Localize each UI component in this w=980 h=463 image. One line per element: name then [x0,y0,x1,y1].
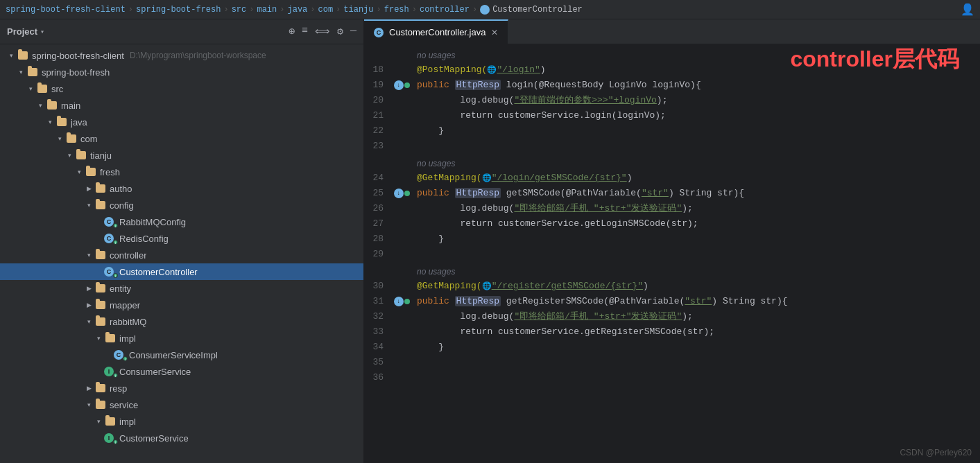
bc-src[interactable]: src [232,5,247,15]
add-icon[interactable]: ⊕ [289,25,295,38]
sidebar-item-consumerservice[interactable]: I i ConsumerService [0,363,363,380]
bc-spring-boot-fresh[interactable]: spring-boot-fresh [136,5,221,15]
sidebar-item-entity[interactable]: ▶entity [0,280,363,297]
class-icon: C i [104,267,117,277]
sidebar-item-customercontroller[interactable]: C i CustomerController [0,263,363,280]
profile-icon[interactable]: 👤 [961,3,974,17]
sidebar-item-src[interactable]: ▾src [0,80,363,97]
sidebar-item-com[interactable]: ▾com [0,130,363,147]
tree-label-autho: autho [110,184,132,194]
sidebar-item-config[interactable]: ▾config [0,197,363,213]
sidebar-item-spring-boot-fresh[interactable]: ▾spring-boot-fresh [0,64,363,80]
sidebar-item-impl[interactable]: ▾impl [0,413,363,430]
folder-icon [105,417,115,426]
sidebar-item-rabbitmq[interactable]: ▾rabbitMQ [0,313,363,330]
code-line-30: 30@GetMapping(🌐"/register/getSMSCode/{st… [364,279,980,294]
tree-arrow-entity[interactable]: ▶ [83,285,94,292]
class-icon: C i [104,234,117,243]
line-number-20: 20 [364,93,392,108]
code-content-30: @GetMapping(🌐"/register/getSMSCode/{str}… [411,279,980,294]
tree-label-entity: entity [110,283,131,294]
sidebar-item-resp[interactable]: ▶resp [0,380,363,396]
sidebar-dropdown-arrow[interactable]: ▾ [40,28,44,36]
no-usages-text: no usages [411,265,455,279]
list-icon[interactable]: ≡ [302,25,308,38]
project-sidebar: Project ▾ ⊕ ≡ ⟺ ⚙ — ▾spring-boot-fresh-c… [0,19,364,463]
expand-icon[interactable]: ⟺ [315,25,330,38]
code-content-32: log.debug("即将给邮箱/手机 "+str+"发送验证码"); [411,309,980,324]
tab-customer-controller[interactable]: C CustomerController.java ✕ [364,19,508,44]
tree-label-controller: controller [110,250,146,261]
tree-arrow-main[interactable]: ▾ [35,102,46,109]
code-content-18: @PostMapping(🌐"/login") [411,62,980,78]
sidebar-title: Project [7,26,37,37]
code-line-18: 18@PostMapping(🌐"/login") [364,62,980,78]
code-line-28: 28 } [364,232,980,247]
tree-arrow-src[interactable]: ▾ [25,85,36,92]
tab-close-button[interactable]: ✕ [491,28,498,37]
code-line-26: 26 log.debug("即将给邮箱/手机 "+str+"发送验证码"); [364,201,980,216]
sidebar-item-mapper[interactable]: ▶mapper [0,297,363,313]
line-number-23: 23 [364,139,392,154]
bc-spring-boot-fresh-client[interactable]: spring-boot-fresh-client [6,5,126,15]
line-number-33: 33 [364,324,392,340]
tree-arrow-autho[interactable]: ▶ [83,185,94,192]
tree-arrow-spring-boot-fresh-client[interactable]: ▾ [6,52,17,59]
editor-content: no usages18@PostMapping(🌐"/login")19↓pub… [364,44,980,463]
bc-tianju[interactable]: tianju [343,5,373,15]
tree-arrow-mapper[interactable]: ▶ [83,302,94,308]
tree-arrow-fresh[interactable]: ▾ [74,168,85,175]
bc-java[interactable]: java [287,5,307,15]
settings-gear-icon[interactable]: ⚙ [337,25,343,38]
overlay-dot: i [113,273,118,278]
code-content-33: return customerService.getRegisterSMSCod… [411,324,980,340]
line-number-18: 18 [364,62,392,78]
bc-fresh[interactable]: fresh [384,5,409,15]
sidebar-item-consumerserviceimpl[interactable]: C i ConsumerServiceImpl [0,347,363,363]
minimize-icon[interactable]: — [350,25,356,38]
tree-arrow-java[interactable]: ▾ [44,119,55,125]
interface-icon: I i [104,367,117,376]
tree-arrow-spring-boot-fresh[interactable]: ▾ [15,69,26,76]
tree-arrow-com[interactable]: ▾ [54,135,65,142]
customer-controller-icon [480,5,490,15]
line-number-19: 19 [364,78,392,93]
sidebar-item-fresh[interactable]: ▾fresh [0,164,363,180]
sidebar-item-tianju[interactable]: ▾tianju [0,147,363,164]
line-number-31: 31 [364,294,392,309]
tree-arrow-rabbitMQ[interactable]: ▾ [83,318,94,325]
sidebar-item-java[interactable]: ▾java [0,114,363,130]
interface-circle-icon: I [104,433,114,443]
code-content-26: log.debug("即将给邮箱/手机 "+str+"发送验证码"); [411,201,980,216]
sidebar-item-redisconfig[interactable]: C i RedisConfig [0,230,363,247]
class-circle-icon: C [114,350,123,360]
sidebar-item-service[interactable]: ▾service [0,396,363,413]
tree-arrow-controller[interactable]: ▾ [83,252,94,259]
tree-arrow-impl[interactable]: ▾ [93,418,104,425]
tree-label-CustomerController: CustomerController [119,267,198,277]
tree-arrow-resp[interactable]: ▶ [83,385,94,392]
sidebar-item-spring-boot-fresh-client[interactable]: ▾spring-boot-fresh-clientD:\Myprogram\sp… [0,47,363,64]
sidebar-item-rabbitmqconfig[interactable]: C i RabbitMQConfig [0,213,363,230]
sidebar-item-autho[interactable]: ▶autho [0,180,363,197]
bc-main[interactable]: main [257,5,277,15]
sidebar-item-controller[interactable]: ▾controller [0,247,363,263]
tree-arrow-tianju[interactable]: ▾ [64,152,75,159]
code-content-34: } [411,340,980,355]
bc-controller[interactable]: controller [420,5,470,15]
tree-arrow-impl[interactable]: ▾ [93,335,104,342]
sidebar-item-customerservice[interactable]: I i CustomerService [0,430,363,446]
sidebar-header-icons: ⊕ ≡ ⟺ ⚙ — [289,25,356,38]
folder-icon [96,284,105,292]
code-line-31: 31↓public HttpResp getRegisterSMSCode(@P… [364,294,980,309]
no-usages-row: no usages [364,49,980,62]
tree-arrow-config[interactable]: ▾ [83,202,94,209]
tree-arrow-service[interactable]: ▾ [83,401,94,408]
gutter-marker [404,191,410,196]
sidebar-item-main[interactable]: ▾main [0,97,363,114]
sidebar-item-impl[interactable]: ▾impl [0,330,363,347]
bc-com[interactable]: com [318,5,334,15]
folder-icon [76,151,86,159]
tree-label-com: com [80,134,98,144]
code-line-19: 19↓public HttpResp login(@RequestBody Lo… [364,78,980,93]
